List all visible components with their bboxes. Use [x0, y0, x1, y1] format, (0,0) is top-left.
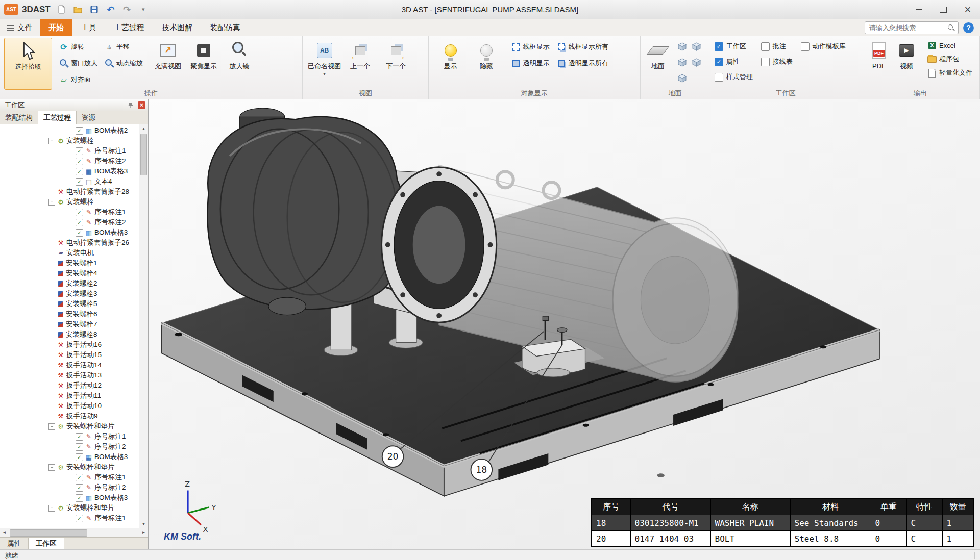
panel-close-button[interactable]: [138, 101, 145, 109]
tree-item[interactable]: 扳手活动11: [0, 391, 148, 401]
ribbon-button[interactable]: 窗口放大: [56, 58, 101, 69]
tree-item[interactable]: 文本4: [0, 176, 148, 187]
new-document-button[interactable]: [57, 4, 67, 15]
tree-checkbox[interactable]: [76, 433, 83, 441]
tree-item[interactable]: 扳手活动10: [0, 401, 148, 411]
scrollbar-thumb[interactable]: [10, 529, 87, 537]
tree-checkbox[interactable]: [76, 127, 83, 135]
panel-tab[interactable]: 工艺过程: [38, 111, 77, 124]
scroll-up-icon[interactable]: ▲: [139, 124, 148, 133]
tree-item[interactable]: 安装螺栓1: [0, 258, 148, 268]
tree-item[interactable]: 安装螺栓6: [0, 309, 148, 319]
tree-item[interactable]: BOM表格3: [0, 227, 148, 238]
tree-item[interactable]: 序号标注1: [0, 472, 148, 482]
tree-item[interactable]: 安装螺栓7: [0, 319, 148, 329]
tree-checkbox[interactable]: [76, 515, 83, 522]
ribbon-button[interactable]: 线框显示: [508, 41, 553, 53]
tree-item[interactable]: 电动拧紧套筒扳子28: [0, 187, 148, 197]
tree-checkbox[interactable]: [76, 168, 83, 175]
tree-item[interactable]: BOM表格3: [0, 452, 148, 462]
balloon-20[interactable]: 20: [382, 446, 404, 467]
tree-checkbox[interactable]: [76, 147, 83, 155]
open-file-button[interactable]: [73, 4, 83, 15]
ribbon-button[interactable]: 聚焦显示: [186, 38, 222, 89]
tree-item[interactable]: 序号标注1: [0, 207, 148, 217]
ribbon-tab[interactable]: 工具: [72, 19, 105, 36]
workspace-checkbox[interactable]: 动作模板库: [801, 42, 846, 51]
tree-expander-icon[interactable]: [48, 199, 55, 206]
search-icon[interactable]: [947, 24, 955, 32]
pin-icon[interactable]: [127, 101, 135, 109]
scrollbar-thumb[interactable]: [140, 134, 147, 175]
tree-item[interactable]: 序号标注2: [0, 217, 148, 227]
ribbon-tab[interactable]: 工艺过程: [105, 19, 153, 36]
ribbon-button[interactable]: 透明显示所有: [554, 58, 611, 69]
tree-checkbox[interactable]: [76, 158, 83, 165]
tree-item[interactable]: 安装螺栓和垫片: [0, 503, 148, 513]
search-input[interactable]: [868, 23, 947, 32]
view-cube-button[interactable]: [676, 41, 689, 53]
tree-item[interactable]: 安装螺栓: [0, 136, 148, 146]
tree-expander-icon[interactable]: [48, 423, 55, 430]
ribbon-button[interactable]: 旋转: [56, 41, 101, 53]
tree-item[interactable]: 安装螺栓8: [0, 329, 148, 340]
tree-item[interactable]: BOM表格3: [0, 166, 148, 176]
panel-tab[interactable]: 装配结构: [0, 111, 38, 124]
ribbon-button[interactable]: 放大镜: [222, 38, 257, 89]
scroll-down-icon[interactable]: ▼: [139, 520, 148, 528]
tree-item[interactable]: BOM表格2: [0, 125, 148, 136]
ribbon-button[interactable]: 充满视图: [150, 38, 186, 89]
ribbon-button[interactable]: 线框显示所有: [554, 41, 611, 53]
ribbon-tab[interactable]: 技术图解: [153, 19, 201, 36]
ribbon-button[interactable]: 动态缩放: [102, 58, 146, 69]
ribbon-tab[interactable]: 装配仿真: [201, 19, 249, 36]
ribbon-button[interactable]: 视频: [893, 38, 920, 89]
ribbon-tab[interactable]: 开始: [40, 19, 72, 36]
tree-item[interactable]: 序号标注1: [0, 513, 148, 523]
tree-checkbox[interactable]: [76, 219, 83, 226]
tree-expander-icon[interactable]: [48, 505, 55, 512]
tree-item[interactable]: 序号标注1: [0, 146, 148, 156]
view-cube-button[interactable]: [676, 72, 689, 85]
tree-item[interactable]: 安装电机: [0, 248, 148, 258]
horizontal-scrollbar[interactable]: ◄ ►: [0, 528, 148, 537]
tree-item[interactable]: 安装螺栓4: [0, 268, 148, 278]
tree-expander-icon[interactable]: [48, 464, 55, 471]
tree-item[interactable]: 扳手活动14: [0, 360, 148, 370]
ribbon-button[interactable]: 透明显示: [508, 58, 553, 69]
tree-item[interactable]: BOM表格3: [0, 493, 148, 503]
tree-item[interactable]: 安装螺栓: [0, 197, 148, 207]
tree-item[interactable]: 扳手活动15: [0, 350, 148, 360]
panel-tab[interactable]: 资源: [77, 111, 101, 124]
scroll-right-icon[interactable]: ►: [139, 528, 148, 537]
tree-item[interactable]: 安装螺栓2: [0, 278, 148, 289]
ribbon-button[interactable]: 隐藏: [469, 38, 504, 89]
tree-item[interactable]: 序号标注2: [0, 156, 148, 166]
ribbon-button[interactable]: 下一个 ▾: [378, 38, 414, 89]
tree-item[interactable]: 序号标注2: [0, 482, 148, 493]
ribbon-button[interactable]: PDF: [865, 38, 893, 89]
search-box[interactable]: [865, 21, 959, 34]
minimize-button[interactable]: [906, 1, 931, 19]
tree-item[interactable]: 扳手活动16: [0, 340, 148, 350]
tree-item[interactable]: 安装螺栓和垫片: [0, 421, 148, 431]
select-pick-button[interactable]: 选择拾取: [4, 38, 52, 90]
tree-checkbox[interactable]: [76, 494, 83, 502]
tree-item[interactable]: 电动拧紧套筒扳子26: [0, 238, 148, 248]
workspace-checkbox[interactable]: 工作区: [715, 42, 753, 51]
ribbon-button[interactable]: 已命名视图 ▾: [307, 38, 342, 89]
ribbon-button[interactable]: 平移: [102, 41, 146, 53]
save-button[interactable]: [89, 4, 100, 15]
tree-item[interactable]: 安装螺栓3: [0, 289, 148, 299]
tree-item[interactable]: 扳手活动13: [0, 370, 148, 380]
view-cube-button[interactable]: [676, 57, 689, 69]
view-cube-button[interactable]: [691, 41, 703, 53]
panel-bottom-tab[interactable]: 属性: [0, 538, 29, 549]
ribbon-button[interactable]: 对齐面: [56, 74, 101, 85]
tree-item[interactable]: 序号标注1: [0, 431, 148, 442]
ribbon-button[interactable]: 上一个 ▾: [342, 38, 378, 89]
file-menu-button[interactable]: 文件: [0, 19, 40, 36]
maximize-button[interactable]: [931, 1, 955, 19]
tree-checkbox[interactable]: [76, 453, 83, 461]
tree-item[interactable]: 安装螺栓和垫片: [0, 462, 148, 472]
